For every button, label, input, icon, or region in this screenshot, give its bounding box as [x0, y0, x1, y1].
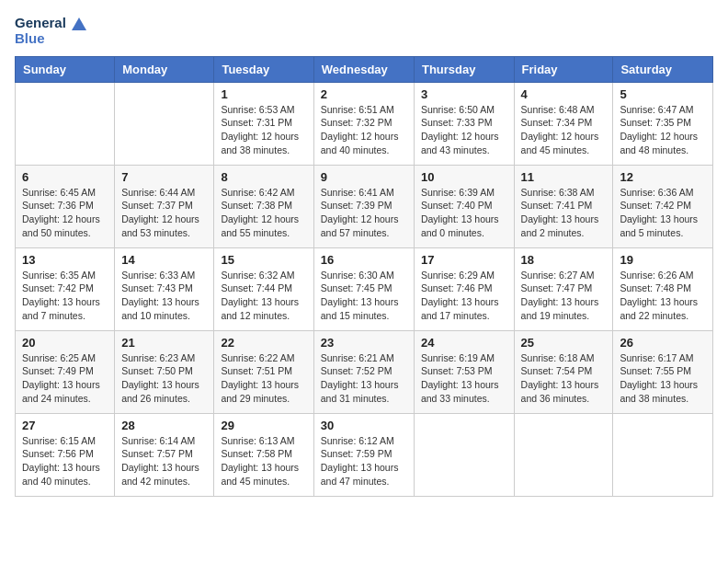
calendar-cell: 21Sunrise: 6:23 AMSunset: 7:50 PMDayligh…: [115, 330, 214, 413]
day-info: Sunrise: 6:36 AMSunset: 7:42 PMDaylight:…: [620, 186, 706, 240]
calendar-cell: 4Sunrise: 6:48 AMSunset: 7:34 PMDaylight…: [514, 82, 613, 165]
calendar-cell: 25Sunrise: 6:18 AMSunset: 7:54 PMDayligh…: [514, 330, 613, 413]
week-row-4: 20Sunrise: 6:25 AMSunset: 7:49 PMDayligh…: [16, 330, 713, 413]
day-info: Sunrise: 6:27 AMSunset: 7:47 PMDaylight:…: [521, 269, 607, 323]
day-info: Sunrise: 6:18 AMSunset: 7:54 PMDaylight:…: [521, 351, 607, 406]
calendar-cell: 1Sunrise: 6:53 AMSunset: 7:31 PMDaylight…: [214, 82, 313, 165]
calendar-cell: 5Sunrise: 6:47 AMSunset: 7:35 PMDaylight…: [613, 82, 713, 165]
day-info: Sunrise: 6:17 AMSunset: 7:55 PMDaylight:…: [620, 351, 706, 406]
day-info: Sunrise: 6:33 AMSunset: 7:43 PMDaylight:…: [121, 269, 207, 323]
day-number: 5: [620, 87, 706, 101]
day-number: 6: [22, 170, 108, 184]
calendar-cell: 9Sunrise: 6:41 AMSunset: 7:39 PMDaylight…: [313, 165, 414, 247]
day-info: Sunrise: 6:44 AMSunset: 7:37 PMDaylight:…: [121, 186, 207, 240]
header: General Blue: [15, 15, 713, 47]
day-info: Sunrise: 6:30 AMSunset: 7:45 PMDaylight:…: [321, 269, 407, 323]
calendar-cell: 6Sunrise: 6:45 AMSunset: 7:36 PMDaylight…: [16, 165, 115, 247]
day-number: 8: [221, 170, 306, 184]
calendar-cell: 10Sunrise: 6:39 AMSunset: 7:40 PMDayligh…: [414, 165, 514, 247]
calendar-cell: 18Sunrise: 6:27 AMSunset: 7:47 PMDayligh…: [514, 247, 613, 330]
week-row-2: 6Sunrise: 6:45 AMSunset: 7:36 PMDaylight…: [16, 165, 713, 247]
day-number: 26: [620, 336, 706, 350]
day-info: Sunrise: 6:23 AMSunset: 7:50 PMDaylight:…: [121, 351, 207, 406]
day-info: Sunrise: 6:26 AMSunset: 7:48 PMDaylight:…: [620, 269, 706, 323]
logo-text-line1: General: [15, 15, 86, 30]
calendar-cell: 17Sunrise: 6:29 AMSunset: 7:46 PMDayligh…: [414, 247, 514, 330]
calendar-cell: 23Sunrise: 6:21 AMSunset: 7:52 PMDayligh…: [313, 330, 414, 413]
day-number: 9: [321, 170, 407, 184]
day-info: Sunrise: 6:50 AMSunset: 7:33 PMDaylight:…: [421, 103, 507, 157]
weekday-header-friday: Friday: [514, 56, 613, 82]
calendar-cell: [115, 82, 214, 165]
day-number: 19: [620, 253, 706, 267]
calendar-cell: [514, 413, 613, 496]
day-info: Sunrise: 6:42 AMSunset: 7:38 PMDaylight:…: [221, 186, 306, 240]
day-number: 24: [421, 336, 507, 350]
day-number: 14: [121, 253, 207, 267]
day-info: Sunrise: 6:53 AMSunset: 7:31 PMDaylight:…: [221, 103, 306, 157]
weekday-header-row: SundayMondayTuesdayWednesdayThursdayFrid…: [16, 56, 713, 82]
day-info: Sunrise: 6:29 AMSunset: 7:46 PMDaylight:…: [421, 269, 507, 323]
weekday-header-saturday: Saturday: [613, 56, 713, 82]
calendar-cell: 27Sunrise: 6:15 AMSunset: 7:56 PMDayligh…: [16, 413, 115, 496]
day-number: 11: [521, 170, 607, 184]
calendar-cell: [613, 413, 713, 496]
day-info: Sunrise: 6:39 AMSunset: 7:40 PMDaylight:…: [421, 186, 507, 240]
day-number: 1: [221, 87, 306, 101]
calendar-cell: 29Sunrise: 6:13 AMSunset: 7:58 PMDayligh…: [214, 413, 313, 496]
day-number: 15: [221, 253, 306, 267]
weekday-header-wednesday: Wednesday: [313, 56, 414, 82]
calendar-cell: 12Sunrise: 6:36 AMSunset: 7:42 PMDayligh…: [613, 165, 713, 247]
week-row-5: 27Sunrise: 6:15 AMSunset: 7:56 PMDayligh…: [16, 413, 713, 496]
day-number: 30: [321, 419, 407, 432]
weekday-header-sunday: Sunday: [16, 56, 115, 82]
day-number: 13: [22, 253, 108, 267]
day-info: Sunrise: 6:25 AMSunset: 7:49 PMDaylight:…: [22, 351, 108, 406]
calendar-cell: 7Sunrise: 6:44 AMSunset: 7:37 PMDaylight…: [115, 165, 214, 247]
day-info: Sunrise: 6:14 AMSunset: 7:57 PMDaylight:…: [121, 434, 207, 488]
day-number: 18: [521, 253, 607, 267]
day-info: Sunrise: 6:15 AMSunset: 7:56 PMDaylight:…: [22, 434, 108, 488]
calendar-cell: 30Sunrise: 6:12 AMSunset: 7:59 PMDayligh…: [313, 413, 414, 496]
calendar-cell: 8Sunrise: 6:42 AMSunset: 7:38 PMDaylight…: [214, 165, 313, 247]
day-number: 4: [521, 87, 607, 101]
day-info: Sunrise: 6:48 AMSunset: 7:34 PMDaylight:…: [521, 103, 607, 157]
calendar-cell: [414, 413, 514, 496]
day-info: Sunrise: 6:13 AMSunset: 7:58 PMDaylight:…: [221, 434, 306, 488]
calendar-cell: 15Sunrise: 6:32 AMSunset: 7:44 PMDayligh…: [214, 247, 313, 330]
day-number: 28: [121, 419, 207, 432]
day-info: Sunrise: 6:32 AMSunset: 7:44 PMDaylight:…: [221, 269, 306, 323]
day-info: Sunrise: 6:51 AMSunset: 7:32 PMDaylight:…: [321, 103, 407, 157]
calendar-cell: 2Sunrise: 6:51 AMSunset: 7:32 PMDaylight…: [313, 82, 414, 165]
week-row-1: 1Sunrise: 6:53 AMSunset: 7:31 PMDaylight…: [16, 82, 713, 165]
day-number: 10: [421, 170, 507, 184]
day-number: 12: [620, 170, 706, 184]
calendar-cell: 16Sunrise: 6:30 AMSunset: 7:45 PMDayligh…: [313, 247, 414, 330]
calendar-cell: 26Sunrise: 6:17 AMSunset: 7:55 PMDayligh…: [613, 330, 713, 413]
day-number: 23: [321, 336, 407, 350]
day-number: 22: [221, 336, 306, 350]
calendar-cell: 11Sunrise: 6:38 AMSunset: 7:41 PMDayligh…: [514, 165, 613, 247]
day-number: 2: [321, 87, 407, 101]
day-number: 21: [121, 336, 207, 350]
weekday-header-tuesday: Tuesday: [214, 56, 313, 82]
day-number: 20: [22, 336, 108, 350]
weekday-header-thursday: Thursday: [414, 56, 514, 82]
day-number: 3: [421, 87, 507, 101]
weekday-header-monday: Monday: [115, 56, 214, 82]
day-info: Sunrise: 6:47 AMSunset: 7:35 PMDaylight:…: [620, 103, 706, 157]
day-info: Sunrise: 6:22 AMSunset: 7:51 PMDaylight:…: [221, 351, 306, 406]
calendar: SundayMondayTuesdayWednesdayThursdayFrid…: [15, 56, 713, 497]
calendar-cell: 13Sunrise: 6:35 AMSunset: 7:42 PMDayligh…: [16, 247, 115, 330]
calendar-cell: 22Sunrise: 6:22 AMSunset: 7:51 PMDayligh…: [214, 330, 313, 413]
calendar-cell: 24Sunrise: 6:19 AMSunset: 7:53 PMDayligh…: [414, 330, 514, 413]
day-info: Sunrise: 6:12 AMSunset: 7:59 PMDaylight:…: [321, 434, 407, 488]
day-number: 27: [22, 419, 108, 432]
calendar-cell: 28Sunrise: 6:14 AMSunset: 7:57 PMDayligh…: [115, 413, 214, 496]
day-info: Sunrise: 6:38 AMSunset: 7:41 PMDaylight:…: [521, 186, 607, 240]
day-number: 7: [121, 170, 207, 184]
day-info: Sunrise: 6:45 AMSunset: 7:36 PMDaylight:…: [22, 186, 108, 240]
day-number: 17: [421, 253, 507, 267]
week-row-3: 13Sunrise: 6:35 AMSunset: 7:42 PMDayligh…: [16, 247, 713, 330]
day-info: Sunrise: 6:35 AMSunset: 7:42 PMDaylight:…: [22, 269, 108, 323]
